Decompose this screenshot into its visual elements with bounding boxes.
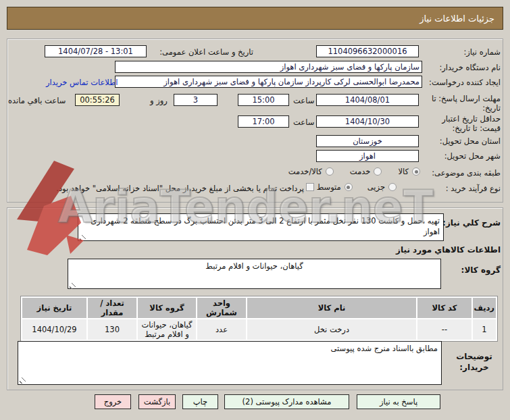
radio-goods-service-icon[interactable] — [326, 167, 334, 176]
creator-field[interactable] — [115, 76, 422, 88]
cell-group: گیاهان، حیوانات و اقلام مرتبط — [138, 319, 196, 340]
col-item-code: کد کالا — [417, 298, 471, 318]
buyer-contact-link[interactable]: اطلاعات تماس خریدار — [46, 78, 118, 87]
goods-table-header-row: ردیف کد کالا نام کالا واحد شمارش گروه کا… — [22, 298, 496, 318]
city-field[interactable] — [316, 150, 419, 162]
process-type-options: جزیی متوسط — [317, 182, 397, 192]
radio-service-icon[interactable] — [374, 167, 382, 176]
need-details-page: جزئیات اطلاعات نیاز شماره نیاز: تاریخ و … — [0, 0, 510, 420]
countdown-timer: 00:55:26 — [75, 94, 120, 106]
price-validity-hour-label: ساعت — [293, 117, 314, 127]
goods-group-field[interactable]: گیاهان، حیوانات و اقلام مرتبط — [68, 259, 441, 289]
province-label: استان محل تحویل: — [440, 136, 501, 146]
cell-item-code: -- — [417, 319, 471, 340]
col-item-name: نام کالا — [247, 298, 416, 318]
treasury-docs-label: پرداخت تمام یا بخشی از مبلغ خرید،از محل … — [56, 184, 304, 193]
radio-medium-label: متوسط — [317, 182, 341, 192]
buyer-name-label: نام دستگاه خریدار: — [439, 63, 501, 72]
buyer-notes-field[interactable]: مطابق بااسناد منرج شده پیوستی — [18, 341, 442, 385]
radio-medium-icon[interactable] — [345, 183, 353, 191]
radio-goods-label: کالا — [398, 167, 409, 176]
col-row-number: ردیف — [473, 298, 496, 318]
goods-group-label: گروه کالا: — [461, 265, 501, 275]
table-row: 1 -- درخت نخل عدد گیاهان، حیوانات و اقلا… — [22, 319, 496, 340]
need-number-field[interactable] — [316, 45, 419, 57]
col-quantity: تعداد / مقدار — [88, 298, 136, 318]
radio-goods[interactable]: کالا — [398, 167, 420, 176]
classification-label: طبقه بندی موضوعی: — [432, 168, 501, 178]
treasury-docs-checkbox[interactable] — [306, 183, 314, 191]
respond-to-need-button[interactable]: پاسخ به نیاز — [357, 394, 440, 409]
radio-medium[interactable]: متوسط — [317, 182, 353, 192]
hours-remaining-label: ساعت باقي مانده — [8, 96, 66, 105]
buyer-name-field[interactable] — [115, 61, 422, 73]
cell-need-date: 1404/10/29 — [22, 319, 86, 340]
radio-partial-icon[interactable] — [388, 183, 397, 191]
general-description-field[interactable]: تهیه ،حمل و کاشت 130 نفر نخل مثمر با ارت… — [78, 213, 444, 241]
exit-button[interactable]: خروج — [95, 394, 131, 409]
cell-row-number: 1 — [473, 319, 496, 340]
goods-info-header: اطلاعات کالاهاي مورد نياز — [396, 245, 501, 255]
days-and-label: روز و — [150, 96, 168, 105]
classification-options: کالا خدمت کالا/خدمت — [288, 167, 420, 176]
general-description-label: شرح کلي نياز: — [442, 218, 501, 228]
deadline-hour-field[interactable] — [238, 94, 289, 106]
radio-goods-service-label: کالا/خدمت — [288, 167, 322, 176]
radio-service-label: خدمت — [350, 167, 371, 176]
price-validity-date-field[interactable] — [316, 115, 419, 128]
print-button[interactable]: چاپ — [182, 394, 218, 409]
radio-service[interactable]: خدمت — [350, 167, 382, 176]
radio-partial[interactable]: جزیی — [367, 182, 397, 192]
col-group: گروه کالا — [138, 298, 196, 318]
radio-goods-service[interactable]: کالا/خدمت — [288, 167, 334, 176]
province-field[interactable] — [316, 135, 419, 147]
page-title: جزئیات اطلاعات نیاز — [7, 7, 503, 30]
creator-label: ایجاد کننده درخواست: — [429, 78, 501, 87]
deadline-hour-label: ساعت — [293, 96, 314, 105]
deadline-label: مهلت ارسال پاسخ: تا تاریخ: — [421, 94, 501, 113]
announce-datetime-field[interactable] — [45, 45, 147, 57]
need-number-label: شماره نیاز: — [463, 47, 501, 57]
announce-datetime-label: تاریخ و ساعت اعلان عمومی: — [159, 47, 253, 57]
cell-quantity: 130 — [88, 319, 136, 340]
buyer-notes-label: توضيحات خريدار: — [448, 351, 501, 373]
view-attachments-button[interactable]: مشاهده مدارک پیوستی (2) — [224, 394, 349, 409]
back-button[interactable]: بازگشت — [138, 394, 176, 409]
process-type-label: نوع فرآیند خرید : — [446, 184, 501, 193]
col-unit: واحد شمارش — [197, 298, 246, 318]
goods-table: ردیف کد کالا نام کالا واحد شمارش گروه کا… — [20, 296, 498, 342]
deadline-date-field[interactable] — [316, 94, 419, 106]
price-validity-hour-field[interactable] — [238, 115, 289, 128]
radio-goods-icon[interactable] — [412, 167, 420, 176]
days-remaining-field[interactable] — [174, 94, 218, 106]
cell-unit: عدد — [197, 319, 246, 340]
radio-partial-label: جزیی — [367, 182, 385, 192]
cell-item-name: درخت نخل — [247, 319, 416, 340]
price-validity-label: حداقل تاریخ اعتبار قیمت: تا تاریخ: — [419, 114, 501, 133]
col-need-date: تاریخ نیاز — [22, 298, 86, 318]
city-label: شهر محل تحویل: — [444, 151, 501, 161]
